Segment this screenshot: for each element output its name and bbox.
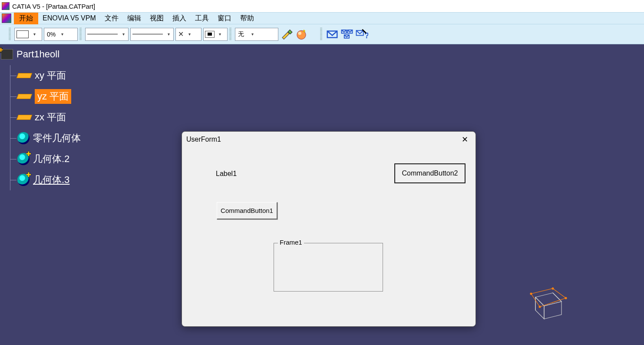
close-icon[interactable]: ✕: [458, 133, 471, 146]
command-button-2[interactable]: CommandButton2: [395, 164, 465, 183]
frame1-container: Frame1: [274, 243, 383, 292]
window-title: CATIA V5 - [Partaa.CATPart]: [12, 3, 95, 10]
envelope-icon[interactable]: [326, 28, 339, 41]
plane-icon: [17, 115, 32, 120]
menu-file[interactable]: 文件: [100, 13, 123, 24]
lineweight-combo[interactable]: ▾: [85, 28, 129, 41]
menu-help[interactable]: 帮助: [236, 13, 258, 24]
userform-dialog: UserForm1 ✕ Label1 CommandButton2 Comman…: [182, 131, 476, 327]
svg-line-17: [540, 298, 566, 307]
chevron-down-icon: ▾: [119, 32, 127, 36]
frame1-legend: Frame1: [278, 239, 304, 246]
app-icon: [2, 2, 10, 10]
tree-item-zx-plane[interactable]: zx 平面: [10, 107, 81, 128]
toolbar-grip[interactable]: [320, 28, 322, 41]
render-style-combo[interactable]: ▾: [203, 28, 228, 41]
menu-window[interactable]: 窗口: [213, 13, 236, 24]
toolbar-grip[interactable]: [9, 28, 11, 41]
render-chip-icon: [205, 31, 215, 38]
svg-point-21: [539, 306, 541, 308]
chevron-down-icon: ▾: [165, 32, 172, 36]
dialog-title-text: UserForm1: [186, 136, 221, 143]
tree-item-xy-plane[interactable]: xy 平面: [10, 65, 81, 86]
chevron-down-icon: ▾: [248, 32, 256, 36]
paint-brush-icon[interactable]: [280, 28, 293, 41]
toolbar-grip[interactable]: [79, 28, 82, 41]
tree-item-body-2[interactable]: 几何体.2: [10, 149, 81, 169]
svg-marker-10: [535, 297, 544, 319]
label1: Label1: [216, 170, 237, 178]
compass-icon[interactable]: [522, 280, 575, 323]
chevron-down-icon: ▾: [185, 32, 193, 36]
menu-view[interactable]: 视图: [145, 13, 168, 24]
svg-line-16: [553, 289, 566, 298]
envelope-help-icon[interactable]: ?: [355, 28, 368, 41]
menu-enovia[interactable]: ENOVIA V5 VPM: [38, 13, 100, 23]
opacity-value: 0%: [44, 31, 58, 38]
line-sample-icon: [132, 34, 163, 34]
color-combo[interactable]: ▾: [14, 28, 42, 41]
line-sample-icon: [87, 34, 118, 34]
menu-start[interactable]: 开始: [14, 13, 38, 24]
svg-point-20: [565, 297, 567, 299]
layer-combo[interactable]: 无 ▾: [235, 28, 278, 41]
toolbar-grip[interactable]: [229, 28, 231, 41]
tree-item-label: xy 平面: [35, 69, 66, 82]
frame1[interactable]: [274, 243, 383, 292]
chevron-down-icon: ▾: [58, 32, 66, 36]
tree-item-label: 几何体.3: [33, 173, 69, 186]
body-plus-icon: [17, 174, 30, 186]
window-title-bar: CATIA V5 - [Partaa.CATPart]: [0, 0, 644, 12]
menu-tools[interactable]: 工具: [191, 13, 213, 24]
multi-envelope-icon[interactable]: [340, 28, 353, 41]
plane-icon: [17, 94, 32, 99]
svg-marker-11: [544, 302, 561, 319]
3d-viewport[interactable]: Part1heoll xy 平面 yz 平面 zx 平面: [0, 44, 644, 345]
color-swatch-icon: [17, 30, 29, 38]
dialog-body: Label1 CommandButton2 CommandButton1 Fra…: [182, 147, 476, 326]
layer-value: 无: [235, 30, 248, 38]
doc-icon: [2, 13, 11, 23]
svg-point-18: [530, 293, 532, 295]
point-style-combo[interactable]: ✕ ▾: [175, 28, 201, 41]
svg-point-2: [298, 31, 302, 35]
toolbar: ▾ 0% ▾ ▾ ▾ ✕ ▾ ▾ 无 ▾ ?: [0, 24, 644, 44]
chevron-down-icon: ▾: [216, 32, 224, 36]
tree-item-label: zx 平面: [35, 111, 66, 124]
material-sphere-icon[interactable]: [295, 28, 308, 41]
linetype-combo[interactable]: ▾: [130, 28, 174, 41]
tree-item-label: 几何体.2: [33, 153, 69, 166]
opacity-combo[interactable]: 0% ▾: [44, 28, 78, 41]
tree-root[interactable]: Part1heoll: [2, 49, 81, 60]
body-plus-icon: [17, 153, 30, 165]
menu-insert[interactable]: 插入: [168, 13, 191, 24]
tree-root-label: Part1heoll: [17, 49, 59, 60]
tree-item-partbody[interactable]: 零件几何体: [10, 128, 81, 149]
tree-item-label: yz 平面: [35, 89, 71, 104]
chevron-down-icon: ▾: [30, 32, 38, 36]
svg-line-14: [531, 289, 553, 294]
part-root-icon: [1, 49, 13, 60]
tree-item-body-3[interactable]: 几何体.3: [10, 169, 81, 190]
menu-bar: 开始 ENOVIA V5 VPM 文件 编辑 视图 插入 工具 窗口 帮助: [0, 12, 644, 24]
spec-tree: Part1heoll xy 平面 yz 平面 zx 平面: [2, 49, 81, 190]
tree-item-label: 零件几何体: [33, 132, 81, 145]
dialog-titlebar[interactable]: UserForm1 ✕: [182, 132, 476, 147]
body-icon: [17, 132, 30, 144]
svg-point-19: [552, 288, 554, 289]
plane-icon: [17, 73, 32, 78]
menu-edit[interactable]: 编辑: [123, 13, 145, 24]
x-mark-icon: ✕: [176, 30, 185, 38]
tree-item-yz-plane[interactable]: yz 平面: [10, 86, 81, 107]
command-button-1[interactable]: CommandButton1: [217, 202, 277, 219]
